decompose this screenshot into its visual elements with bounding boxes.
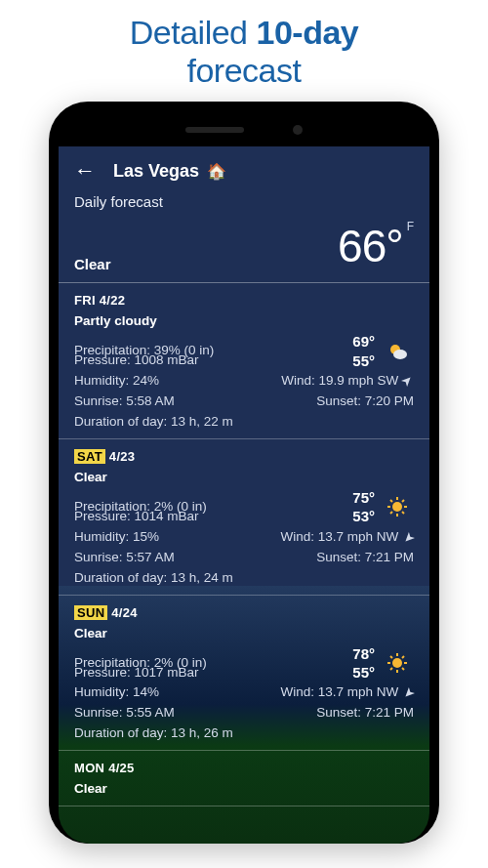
sunset-row: Sunset: 7:21 PM	[316, 703, 414, 723]
home-icon: 🏠	[207, 162, 226, 181]
day-date: MON 4/25	[74, 759, 414, 778]
pressure-row: Pressure: 1008 mBar	[74, 351, 199, 371]
wind-arrow-icon: ➤	[396, 370, 419, 393]
duration-row: Duration of day: 13 h, 22 m	[74, 412, 414, 433]
humidity-row: Humidity: 14%	[74, 682, 159, 703]
sun-icon	[381, 652, 414, 674]
current-condition-text: Clear	[74, 256, 111, 272]
wind-row: Wind: 13.7 mph NW ➤	[280, 682, 414, 703]
day-date-highlight: SUN	[74, 605, 107, 620]
temp-hi-lo: 69°55°	[352, 332, 375, 370]
forecast-day[interactable]: MON 4/25 Clear	[59, 751, 429, 806]
sunrise-row: Sunrise: 5:55 AM	[74, 703, 175, 723]
wind-row: Wind: 13.7 mph NW ➤	[280, 527, 414, 548]
pressure-row: Pressure: 1014 mBar	[74, 507, 199, 527]
back-icon[interactable]: ←	[74, 160, 96, 182]
phone-frame: ← Las Vegas 🏠 Daily forecast Clear 66°F …	[49, 102, 439, 844]
temp-hi-lo: 75°53°	[352, 488, 375, 526]
sun-icon	[381, 496, 414, 517]
day-condition: Clear	[74, 624, 414, 644]
temp-unit: F	[407, 220, 414, 233]
app-bar: ← Las Vegas 🏠	[59, 146, 429, 189]
current-conditions: Clear 66°F	[59, 220, 429, 283]
wind-arrow-icon: ➤	[396, 682, 419, 704]
sunrise-row: Sunrise: 5:58 AM	[74, 392, 175, 412]
phone-sensors	[59, 115, 429, 145]
day-date: SAT 4/23	[74, 447, 414, 467]
wind-arrow-icon: ➤	[396, 526, 419, 549]
forecast-day[interactable]: SUN 4/24 Clear Precipitation: 2% (0 in) …	[59, 596, 429, 752]
humidity-row: Humidity: 15%	[74, 527, 159, 548]
duration-row: Duration of day: 13 h, 26 m	[74, 723, 414, 744]
wind-row: Wind: 19.9 mph SW ➤	[281, 371, 414, 392]
sunset-row: Sunset: 7:21 PM	[316, 548, 414, 568]
sunrise-row: Sunrise: 5:57 AM	[74, 548, 175, 568]
day-date-highlight: SAT	[74, 449, 105, 464]
location-title[interactable]: Las Vegas 🏠	[113, 161, 226, 182]
day-condition: Clear	[74, 468, 414, 488]
section-title: Daily forecast	[59, 189, 429, 220]
forecast-day[interactable]: SAT 4/23 Clear Precipitation: 2% (0 in) …	[59, 439, 429, 596]
current-temp: 66°	[338, 221, 403, 271]
day-date: SUN 4/24	[74, 603, 414, 623]
pressure-row: Pressure: 1017 mBar	[74, 663, 199, 683]
day-condition: Clear	[74, 779, 414, 800]
app-screen: ← Las Vegas 🏠 Daily forecast Clear 66°F …	[59, 146, 429, 844]
day-date: FRI 4/22	[74, 291, 414, 310]
sunset-row: Sunset: 7:20 PM	[316, 392, 414, 412]
humidity-row: Humidity: 24%	[74, 371, 159, 392]
duration-row: Duration of day: 13 h, 24 m	[74, 568, 414, 589]
promo-headline: Detailed 10-day forecast	[0, 0, 488, 96]
day-condition: Partly cloudy	[74, 311, 414, 332]
forecast-day[interactable]: FRI 4/22 Partly cloudy Precipitation: 39…	[59, 283, 429, 439]
temp-hi-lo: 78°55°	[352, 644, 375, 682]
partly-cloudy-icon	[381, 341, 414, 362]
